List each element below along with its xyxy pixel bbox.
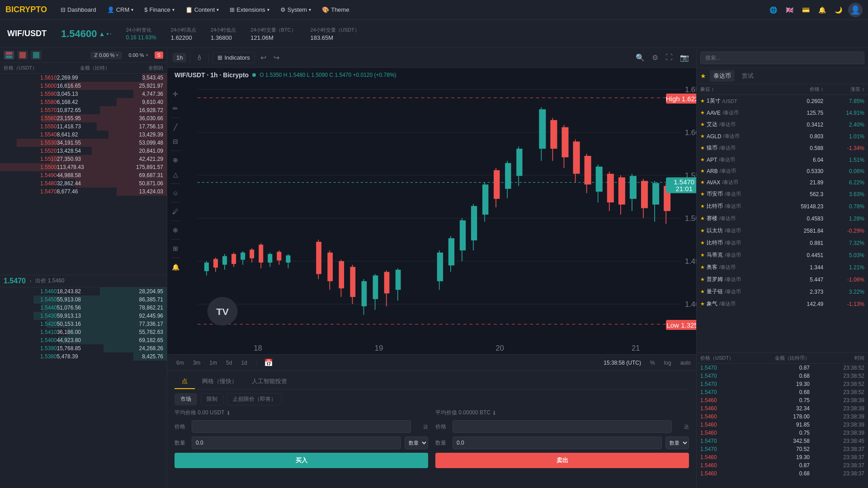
order-type-tab-0[interactable]: 市场: [175, 393, 197, 405]
bottom-tf-1d[interactable]: 1d: [237, 359, 250, 367]
price-input-sell[interactable]: [453, 420, 672, 433]
market-tab-trial[interactable]: 赏试: [738, 70, 757, 82]
orderbook-bid-row[interactable]: 1.5430 59,913.13 92,445.96: [0, 312, 167, 320]
order-tab-1[interactable]: 网格（慢快）: [195, 375, 245, 389]
pct-toggle[interactable]: %: [650, 360, 655, 366]
orderbook-ask-row[interactable]: 1.5570 10,872.65 16,928.72: [0, 106, 167, 114]
orderbook-bid-row[interactable]: 1.5390 15,768.85 24,268.26: [0, 344, 167, 352]
shape-tool[interactable]: △: [169, 168, 182, 181]
qty-input-sell[interactable]: [453, 436, 662, 449]
line-tool[interactable]: ╱: [169, 121, 182, 133]
alert-tool[interactable]: 🔔: [169, 261, 182, 273]
annotation-tool[interactable]: ☺: [169, 187, 182, 199]
orderbook-ask-row[interactable]: 1.5510 27,350.93 42,421.29: [0, 155, 167, 163]
order-type-tab-1[interactable]: 限制: [201, 393, 223, 405]
bottom-tf-1m[interactable]: 1m: [206, 359, 221, 367]
flag-icon[interactable]: 🇬🇧: [783, 4, 796, 16]
market-star-icon[interactable]: ★: [700, 157, 705, 163]
measure-tool[interactable]: ⊕: [169, 154, 182, 166]
orderbook-ask-row[interactable]: 1.5540 8,641.82 13,429.39: [0, 131, 167, 139]
market-list-item[interactable]: ★ ARB /泰达币 0.5330 0.06%: [697, 165, 868, 177]
orderbook-bid-row[interactable]: 1.5460 18,243.82 28,204.95: [0, 287, 167, 296]
orderbook-bid-row[interactable]: 1.5410 36,186.00 55,762.63: [0, 328, 167, 336]
nav-theme[interactable]: 🎨 Theme: [317, 4, 354, 16]
nav-finance[interactable]: $ Finance ▾: [140, 4, 179, 16]
nav-extensions[interactable]: ⊞ Extensions ▾: [225, 4, 274, 16]
market-star-icon[interactable]: ★: [700, 289, 705, 295]
order-type-tab-2[interactable]: 止损限价（即将）: [227, 393, 282, 405]
bottom-tf-6m[interactable]: 6m: [173, 359, 188, 367]
market-list-item[interactable]: ★ 象气 /泰达币 142.49 -1.13%: [697, 298, 868, 310]
chart-type-icon[interactable]: 🕯: [194, 52, 205, 64]
nav-crm[interactable]: 👤 CRM ▾: [103, 4, 138, 16]
buy-button[interactable]: 买入: [175, 453, 428, 468]
market-list-item[interactable]: ★ AAVE /泰达币 125.75 14.91%: [697, 107, 868, 118]
market-star-icon[interactable]: ★: [700, 216, 705, 221]
order-tab-2[interactable]: 人工智能投资: [245, 375, 294, 389]
orderbook-ask-row[interactable]: 1.5550 11,418.73 17,756.13: [0, 122, 167, 131]
bottom-tf-3m[interactable]: 3m: [189, 359, 204, 367]
market-list-item[interactable]: ★ 猿币 /泰达币 0.588 -1.34%: [697, 142, 868, 154]
market-list-item[interactable]: ★ 比特币 /泰达币 59148.23 0.78%: [697, 200, 868, 212]
orderbook-ask-row[interactable]: 1.5600 16,616.65 25,921.97: [0, 82, 167, 90]
bell-icon[interactable]: 🔔: [816, 4, 828, 16]
market-star-icon[interactable]: ★: [700, 277, 705, 282]
orderbook-ask-row[interactable]: 1.5560 23,155.95 36,030.66: [0, 114, 167, 122]
market-star-icon[interactable]: ★: [700, 203, 705, 209]
market-star-icon[interactable]: ★: [700, 168, 705, 174]
order-tab-0[interactable]: 点: [175, 375, 195, 389]
nav-content[interactable]: 📋 Content ▾: [181, 4, 224, 16]
market-star-icon[interactable]: ★: [700, 145, 705, 151]
fullscreen-icon[interactable]: ⛶: [664, 52, 675, 64]
market-list-item[interactable]: ★ 艾达 /泰达币 0.3412 2.40%: [697, 118, 868, 131]
market-star-icon[interactable]: ★: [700, 122, 705, 127]
wallet-icon[interactable]: 💳: [799, 4, 812, 16]
ob-price-filter[interactable]: ℤ 0.00 % ▾: [90, 52, 122, 59]
market-list-item[interactable]: ★ AGLD /泰达币 0.803 1.01%: [697, 131, 868, 142]
ob-pct-filter[interactable]: 0.00 % ▾: [128, 52, 148, 58]
market-list-item[interactable]: ★ 以太坊 /泰达币 2581.84 -0.29%: [697, 225, 868, 237]
orderbook-ask-row[interactable]: 1.5590 3,045.13 4,747.36: [0, 90, 167, 98]
market-star-icon[interactable]: ★: [700, 264, 705, 270]
orderbook-ask-row[interactable]: 1.5500 113,478.43 175,891.57: [0, 163, 167, 171]
favorites-star-icon[interactable]: ★: [700, 72, 706, 80]
orderbook-bid-row[interactable]: 1.5380 5,478.39 8,425.76: [0, 352, 167, 361]
market-list-item[interactable]: ★ AVAX /泰达币 21.89 6.22%: [697, 177, 868, 188]
ob-view-bids[interactable]: [31, 51, 42, 60]
magnify-icon[interactable]: 🔍: [634, 52, 646, 64]
snapshot-icon[interactable]: 📷: [678, 52, 691, 64]
redo-icon[interactable]: ↪: [272, 52, 281, 64]
market-star-icon[interactable]: ★: [700, 110, 705, 116]
market-list-item[interactable]: ★ 比特币 /泰达币 0.881 7.32%: [697, 237, 868, 249]
timeframe-1h-button[interactable]: 1h: [173, 53, 186, 62]
price-input-buy[interactable]: [192, 420, 411, 433]
calendar-icon[interactable]: 📅: [262, 357, 275, 369]
market-list-item[interactable]: ★ 量子链 /泰达币 2.373 3.22%: [697, 286, 868, 298]
orderbook-ask-row[interactable]: 1.5520 13,428.54 20,841.09: [0, 147, 167, 155]
market-star-icon[interactable]: ★: [700, 252, 705, 258]
qty-select-sell[interactable]: 数量: [665, 436, 689, 449]
ruler-tool[interactable]: ⊞: [169, 242, 182, 255]
orderbook-bid-row[interactable]: 1.5440 51,076.56 78,862.21: [0, 304, 167, 312]
market-list-item[interactable]: ★ 普罗姆 /泰达币 5.447 -1.06%: [697, 273, 868, 286]
orderbook-ask-row[interactable]: 1.5480 32,862.44 50,871.06: [0, 179, 167, 188]
market-search-input[interactable]: [700, 52, 864, 64]
market-list-item[interactable]: ★ APT /泰达币 6.04 1.51%: [697, 154, 868, 165]
market-tab-usdt[interactable]: 泰达币: [710, 70, 735, 82]
market-list-item[interactable]: ★ 1英寸 /USDT 0.2602 7.85%: [697, 95, 868, 107]
log-toggle[interactable]: log: [664, 360, 671, 366]
orderbook-ask-row[interactable]: 1.5490 44,988.58 69,687.31: [0, 171, 167, 179]
bottom-tf-5d[interactable]: 5d: [222, 359, 236, 367]
market-star-icon[interactable]: ★: [700, 191, 705, 197]
pencil-tool[interactable]: 🖊: [169, 205, 182, 218]
market-star-icon[interactable]: ★: [700, 98, 705, 104]
undo-icon[interactable]: ↩: [259, 52, 268, 64]
pattern-tool[interactable]: ⊟: [169, 135, 182, 148]
nav-dashboard[interactable]: ⊟ Dashboard: [56, 4, 101, 16]
zoom-in-tool[interactable]: ⊕: [169, 224, 182, 236]
orderbook-ask-row[interactable]: 1.5610 2,269.99 3,543.45: [0, 74, 167, 82]
qty-input-buy[interactable]: [192, 436, 401, 449]
market-list-item[interactable]: ★ 奥客 /泰达币 1.344 1.21%: [697, 261, 868, 273]
orderbook-bid-row[interactable]: 1.5400 44,923.80 69,182.65: [0, 336, 167, 344]
nav-system[interactable]: ⚙ System ▾: [276, 4, 316, 16]
